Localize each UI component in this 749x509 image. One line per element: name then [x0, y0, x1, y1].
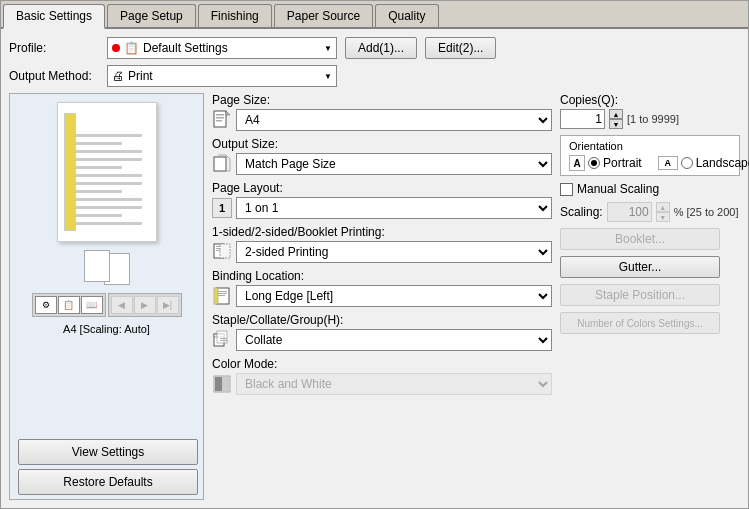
- color-mode-select[interactable]: Black and White: [236, 373, 552, 395]
- preview-lines: [72, 134, 142, 225]
- landscape-radio[interactable]: [681, 157, 693, 169]
- output-dropdown-arrow[interactable]: ▼: [324, 72, 332, 81]
- svg-rect-3: [216, 120, 222, 122]
- scaling-input: [607, 202, 652, 222]
- copies-down-button[interactable]: ▼: [609, 119, 623, 129]
- staple-collate-row: Collate: [212, 329, 552, 351]
- svg-rect-10: [220, 244, 230, 258]
- preview-line-12: [72, 222, 142, 225]
- output-method-value: Print: [128, 69, 324, 83]
- page-layout-row: 1 1 on 1: [212, 197, 552, 219]
- nav-next-icon: ▶: [134, 296, 156, 314]
- portrait-option[interactable]: A Portrait: [569, 155, 642, 171]
- svg-rect-0: [214, 111, 226, 127]
- view-settings-button[interactable]: View Settings: [18, 439, 198, 465]
- tab-content: Profile: 📋 Default Settings ▼ Add(1)... …: [1, 29, 748, 508]
- sided-printing-row: 2-sided Printing: [212, 241, 552, 263]
- main-body: ⚙ 📋 📖 ◀ ▶ ▶| A4 [Scaling: Auto] View Set…: [9, 93, 740, 500]
- tab-basic-settings[interactable]: Basic Settings: [3, 4, 105, 29]
- svg-rect-13: [218, 291, 227, 292]
- preview-icon-group-left: ⚙ 📋 📖: [32, 293, 106, 317]
- nav-prev-icon: ◀: [111, 296, 133, 314]
- gutter-button[interactable]: Gutter...: [560, 256, 720, 278]
- copies-up-button[interactable]: ▲: [609, 109, 623, 119]
- edit-profile-button[interactable]: Edit(2)...: [425, 37, 496, 59]
- profile-icon: 📋: [124, 41, 139, 55]
- settings-left: Page Size: A4 Output Size:: [212, 93, 552, 500]
- page-size-select[interactable]: A4: [236, 109, 552, 131]
- preview-icon-group-right: ◀ ▶ ▶|: [108, 293, 182, 317]
- page-layout-icon: 1: [212, 198, 232, 218]
- svg-rect-1: [216, 114, 224, 116]
- page-layout-label: Page Layout:: [212, 181, 552, 195]
- copies-spinner: ▲ ▼: [609, 109, 623, 129]
- paper-icon[interactable]: 📋: [58, 296, 80, 314]
- color-mode-icon: [212, 374, 232, 394]
- preview-line-1: [72, 134, 142, 137]
- svg-rect-15: [218, 295, 225, 296]
- staple-collate-select[interactable]: Collate: [236, 329, 552, 351]
- output-size-icon: [212, 154, 232, 174]
- preview-line-11: [72, 214, 122, 217]
- collate-icon: [212, 330, 232, 350]
- portrait-label: Portrait: [603, 156, 642, 170]
- sided-printing-group: 1-sided/2-sided/Booklet Printing: 2-side…: [212, 225, 552, 263]
- preview-line-2: [72, 142, 122, 145]
- svg-rect-23: [222, 377, 229, 391]
- orientation-title: Orientation: [569, 140, 731, 152]
- booklet-button[interactable]: Booklet...: [560, 228, 720, 250]
- nav-last-icon: ▶|: [157, 296, 179, 314]
- sided-printing-select[interactable]: 2-sided Printing: [236, 241, 552, 263]
- page-layout-group: Page Layout: 1 1 on 1: [212, 181, 552, 219]
- output-size-select[interactable]: Match Page Size: [236, 153, 552, 175]
- page-size-label: Page Size:: [212, 93, 552, 107]
- landscape-option[interactable]: A Landscape: [658, 155, 749, 171]
- settings-icon[interactable]: ⚙: [35, 296, 57, 314]
- number-of-colors-button[interactable]: Number of Colors Settings...: [560, 312, 720, 334]
- binding-location-select[interactable]: Long Edge [Left]: [236, 285, 552, 307]
- preview-line-3: [72, 150, 142, 153]
- tab-page-setup[interactable]: Page Setup: [107, 4, 196, 27]
- page-layout-select[interactable]: 1 on 1: [236, 197, 552, 219]
- tab-finishing[interactable]: Finishing: [198, 4, 272, 27]
- profile-dropdown-arrow[interactable]: ▼: [324, 44, 332, 53]
- profile-dot: [112, 44, 120, 52]
- profile-value: Default Settings: [143, 41, 324, 55]
- tab-quality[interactable]: Quality: [375, 4, 438, 27]
- sided-printing-label: 1-sided/2-sided/Booklet Printing:: [212, 225, 552, 239]
- scaling-range: % [25 to 200]: [674, 206, 739, 218]
- preview-yellow-bar: [64, 113, 76, 231]
- tab-bar: Basic Settings Page Setup Finishing Pape…: [1, 1, 748, 29]
- svg-rect-12: [214, 288, 218, 304]
- binding-location-row: Long Edge [Left]: [212, 285, 552, 307]
- output-method-select[interactable]: 🖨 Print ▼: [107, 65, 337, 87]
- scaling-spinner: ▲ ▼: [656, 202, 670, 222]
- preview-label: A4 [Scaling: Auto]: [63, 323, 150, 335]
- svg-rect-19: [220, 338, 227, 339]
- svg-rect-20: [220, 340, 227, 341]
- book-icon[interactable]: 📖: [81, 296, 103, 314]
- portrait-icon: A: [569, 155, 585, 171]
- scaling-label: Scaling:: [560, 205, 603, 219]
- restore-defaults-button[interactable]: Restore Defaults: [18, 469, 198, 495]
- copies-input[interactable]: [560, 109, 605, 129]
- add-profile-button[interactable]: Add(1)...: [345, 37, 417, 59]
- orientation-options: A Portrait A Landscape: [569, 155, 731, 171]
- profile-select-box[interactable]: 📋 Default Settings ▼: [107, 37, 337, 59]
- sided-printing-icon: [212, 242, 232, 262]
- print-dialog: Basic Settings Page Setup Finishing Pape…: [0, 0, 749, 509]
- staple-collate-label: Staple/Collate/Group(H):: [212, 313, 552, 327]
- manual-scaling-checkbox[interactable]: [560, 183, 573, 196]
- svg-rect-22: [215, 377, 222, 391]
- tab-paper-source[interactable]: Paper Source: [274, 4, 373, 27]
- portrait-radio[interactable]: [588, 157, 600, 169]
- copy-page-back: [84, 250, 110, 282]
- output-size-row: Match Page Size: [212, 153, 552, 175]
- settings-right: Copies(Q): ▲ ▼ [1 to 9999]: [560, 93, 740, 500]
- staple-position-button[interactable]: Staple Position...: [560, 284, 720, 306]
- color-mode-group: Color Mode: Black and White: [212, 357, 552, 395]
- bottom-buttons: View Settings Restore Defaults: [14, 439, 199, 495]
- landscape-icon: A: [658, 156, 678, 170]
- binding-location-group: Binding Location: Long Edge [Left]: [212, 269, 552, 307]
- preview-line-9: [72, 198, 142, 201]
